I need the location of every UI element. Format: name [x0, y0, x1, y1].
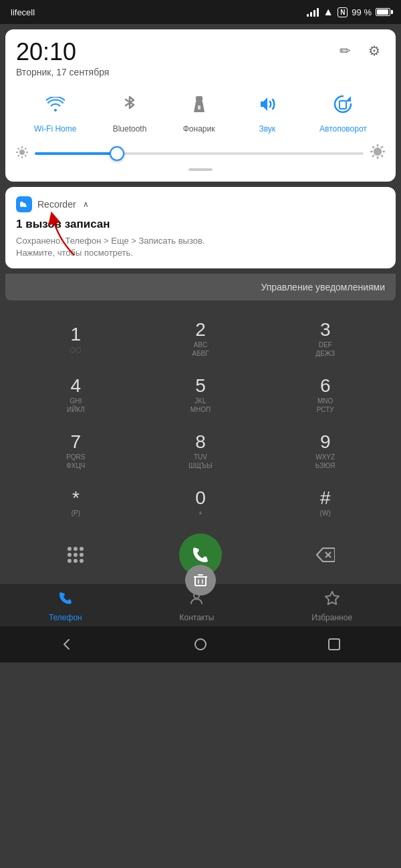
qs-toggle-bluetooth[interactable]: Bluetooth — [113, 88, 147, 134]
svg-point-27 — [74, 553, 78, 557]
svg-rect-22 — [25, 206, 27, 207]
dial-num-8: 8 — [195, 433, 206, 451]
svg-point-3 — [19, 150, 25, 155]
qs-toggle-flashlight[interactable]: Фонарик — [183, 88, 215, 134]
dial-letters-5: JKLМНОП — [190, 397, 211, 414]
sound-label: Звук — [259, 124, 276, 134]
dial-key-8[interactable]: 8 TUVШЩЪЫ — [138, 423, 263, 479]
svg-line-19 — [381, 146, 383, 148]
dial-key-1[interactable]: 1 ◌◌ — [13, 311, 138, 367]
notif-expand-icon: ∧ — [83, 200, 89, 209]
qs-toggle-autorotate[interactable]: Автоповорот — [319, 88, 367, 134]
qs-toggle-sound[interactable]: Звук — [251, 88, 283, 134]
dialpad: 1 ◌◌ 2 ABCАБВГ 3 DEFДЕЖЗ 4 GHIИЙКЛ 5 JKL… — [0, 311, 401, 527]
bottom-nav-favorites[interactable]: Избранное — [311, 590, 352, 622]
dial-letters-8: TUVШЩЪЫ — [188, 453, 212, 470]
svg-point-29 — [68, 559, 72, 563]
bluetooth-label: Bluetooth — [113, 124, 147, 134]
svg-line-9 — [25, 155, 26, 156]
dial-num-7: 7 — [71, 433, 82, 451]
dial-letters-3: DEFДЕЖЗ — [315, 341, 335, 358]
wifi-label: Wi-Fi Home — [34, 124, 76, 134]
dial-letters-4: GHIИЙКЛ — [67, 397, 85, 414]
dial-key-7[interactable]: 7 PQRSФХЦЧ — [13, 423, 138, 479]
dial-key-hash[interactable]: # (W) — [263, 479, 388, 527]
dial-letters-star: (Р) — [72, 509, 80, 517]
dial-key-4[interactable]: 4 GHIИЙКЛ — [13, 367, 138, 423]
dial-num-2: 2 — [195, 320, 206, 339]
svg-point-31 — [80, 559, 84, 563]
settings-button[interactable]: ⚙ — [364, 40, 385, 61]
qs-toggles-row: Wi-Fi Home Bluetooth Фонарик — [16, 88, 385, 134]
signal-icon — [307, 7, 319, 17]
dial-key-9[interactable]: 9 WXYZЬЗЮЯ — [263, 423, 388, 479]
notif-body-line1: Сохранено: Телефон > Еще > Записать вызо… — [16, 236, 205, 246]
status-right: ▲ N 99 % — [307, 6, 390, 18]
svg-rect-41 — [329, 639, 340, 650]
brightness-row — [16, 144, 385, 163]
dial-key-0[interactable]: 0 + — [138, 479, 263, 527]
brightness-slider[interactable] — [35, 152, 364, 155]
battery-pct: 99 % — [352, 7, 372, 17]
wifi-status-icon: ▲ — [323, 6, 333, 18]
favorites-nav-label: Избранное — [311, 613, 352, 622]
svg-point-28 — [80, 553, 84, 557]
bluetooth-toggle-icon — [114, 88, 146, 120]
dial-num-5: 5 — [195, 377, 206, 395]
notification-card[interactable]: Recorder ∧ 1 вызов записан Сохранено: Те… — [5, 187, 396, 268]
drag-handle — [188, 168, 213, 171]
svg-point-26 — [68, 553, 72, 557]
qs-header-icons: ✏ ⚙ — [334, 40, 385, 61]
recents-button[interactable] — [321, 634, 348, 654]
dial-letters-7: PQRSФХЦЧ — [66, 453, 85, 470]
flashlight-toggle-icon — [183, 88, 215, 120]
dial-num-0: 0 — [195, 489, 206, 507]
notif-body: Сохранено: Телефон > Еще > Записать вызо… — [16, 235, 385, 259]
notif-title: 1 вызов записан — [16, 218, 385, 231]
qs-time-date: 20:10 Вторник, 17 сентября — [16, 40, 109, 77]
carrier-label: lifecell — [11, 7, 35, 17]
svg-rect-21 — [20, 202, 23, 207]
bottom-nav-phone[interactable]: Телефон — [49, 590, 82, 622]
notif-header: Recorder ∧ — [16, 196, 385, 212]
manage-notifications-bar[interactable]: Управление уведомлениями — [5, 274, 396, 300]
nfc-badge: N — [338, 7, 348, 17]
svg-point-40 — [195, 639, 206, 650]
svg-rect-34 — [195, 577, 206, 586]
dial-letters-6: MNOРСТУ — [317, 397, 334, 414]
dialpad-toggle-button[interactable] — [55, 535, 96, 575]
dial-key-3[interactable]: 3 DEFДЕЖЗ — [263, 311, 388, 367]
autorotate-toggle-icon — [327, 88, 359, 120]
delete-overlay-button[interactable] — [185, 565, 216, 596]
svg-point-24 — [74, 547, 78, 551]
home-button[interactable] — [187, 634, 214, 654]
edit-button[interactable]: ✏ — [334, 40, 356, 61]
dial-num-1: 1 — [71, 325, 82, 344]
favorites-nav-icon — [324, 590, 340, 610]
dial-key-5[interactable]: 5 JKLМНОП — [138, 367, 263, 423]
phone-nav-label: Телефон — [49, 613, 82, 622]
dial-num-4: 4 — [71, 377, 82, 395]
delete-button[interactable] — [305, 535, 346, 575]
wifi-toggle-icon — [39, 88, 72, 120]
back-button[interactable] — [53, 634, 80, 654]
battery-icon — [376, 8, 390, 16]
system-navigation — [0, 626, 401, 662]
svg-line-20 — [372, 155, 374, 157]
dial-letters-9: WXYZЬЗЮЯ — [315, 453, 336, 470]
brightness-high-icon — [370, 144, 385, 163]
brightness-low-icon — [16, 146, 28, 162]
dial-key-2[interactable]: 2 ABCАБВГ — [138, 311, 263, 367]
svg-rect-2 — [340, 101, 346, 109]
dial-key-star[interactable]: * (Р) — [13, 479, 138, 527]
notif-body-line2: Нажмите, чтобы посмотреть. — [16, 248, 133, 258]
svg-rect-1 — [198, 105, 200, 110]
sound-toggle-icon — [251, 88, 283, 120]
qs-toggle-wifi[interactable]: Wi-Fi Home — [34, 88, 76, 134]
svg-point-25 — [80, 547, 84, 551]
svg-point-12 — [374, 148, 382, 156]
dial-num-6: 6 — [320, 377, 331, 395]
dial-key-6[interactable]: 6 MNOРСТУ — [263, 367, 388, 423]
dial-num-star: * — [72, 489, 80, 507]
dial-num-hash: # — [320, 489, 331, 507]
